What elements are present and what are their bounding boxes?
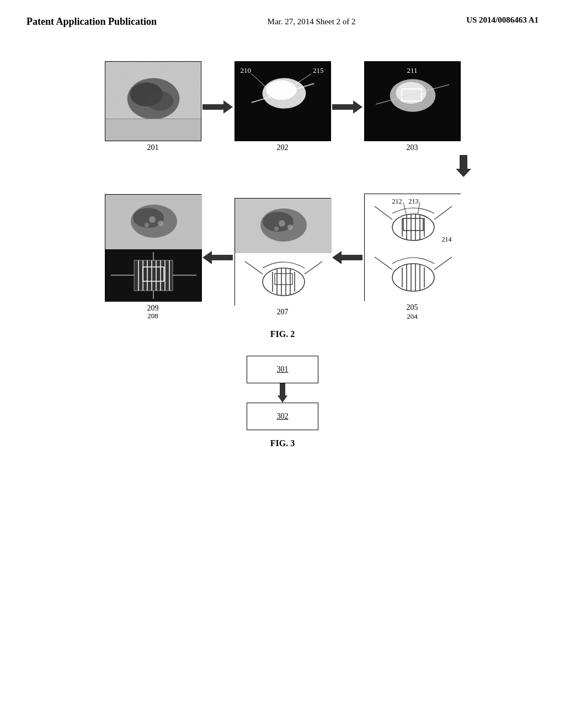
header-right-text: US 2014/0086463 A1 (466, 15, 539, 25)
box205-204-wrapper: 212 213 214 (364, 194, 461, 321)
box201-wrapper: 201 (105, 61, 201, 152)
patent-number-label: US 2014/0086463 A1 (466, 15, 539, 24)
box-204-bottom (364, 249, 461, 301)
svg-point-29 (145, 223, 149, 227)
svg-point-28 (158, 221, 163, 226)
box-209-outer (105, 194, 201, 302)
box202-wrapper: 210 215 202 (234, 61, 331, 152)
box209-wrapper: 209 208 (105, 194, 201, 320)
box-203: 211 (364, 61, 461, 141)
svg-marker-65 (332, 251, 363, 264)
box209-bottom-svg (105, 249, 202, 302)
box-202: 210 215 (234, 61, 331, 141)
box-205-top: 212 213 214 (364, 194, 461, 249)
svg-marker-45 (202, 251, 233, 264)
box-301: 301 (247, 356, 318, 383)
svg-point-27 (149, 216, 156, 223)
box207-top-svg (235, 199, 332, 254)
label-302: 302 (277, 412, 289, 421)
svg-marker-15 (332, 100, 363, 114)
svg-marker-89 (278, 383, 287, 403)
fig3-down-arrow (277, 383, 288, 403)
box201-svg (105, 62, 201, 141)
box-207-outer (234, 198, 331, 306)
arrow-left-svg2 (332, 249, 363, 266)
svg-point-52 (287, 224, 293, 230)
svg-rect-6 (105, 119, 201, 141)
box-201 (105, 61, 201, 141)
arrow-right-svg2 (332, 99, 363, 115)
ref-214: 214 (442, 235, 452, 244)
label-202: 202 (277, 143, 289, 152)
box207-bottom-svg (235, 253, 332, 306)
down-arrow-container (45, 155, 520, 177)
arrow-202-203 (331, 99, 364, 115)
box-209-top (105, 194, 201, 249)
ref-210: 210 (241, 66, 252, 75)
box-207-bottom (234, 253, 331, 306)
fig3-diagram: 301 302 (227, 356, 338, 430)
fig2-row2: 209 208 (45, 194, 520, 321)
box-302: 302 (247, 403, 318, 430)
label-209-208: 209 (147, 304, 159, 312)
down-arrow-svg (455, 155, 472, 177)
svg-point-53 (274, 227, 279, 231)
box-207-top (234, 198, 331, 253)
box204-svg (365, 249, 461, 301)
svg-rect-54 (235, 253, 332, 306)
svg-rect-31 (134, 260, 173, 291)
box209-top-svg (105, 195, 202, 250)
patent-publication-label: Patent Application Publication (26, 16, 157, 27)
arrow-205-207 (331, 249, 364, 266)
box302-wrapper: 302 (247, 403, 318, 430)
arrow-201-202 (201, 99, 234, 115)
fig2-row1: 201 210 215 (45, 61, 520, 152)
svg-rect-79 (365, 249, 461, 301)
svg-marker-8 (202, 100, 233, 114)
svg-point-51 (279, 220, 285, 227)
label-204: 204 (407, 312, 418, 321)
box-205-204-outer: 212 213 214 (364, 194, 461, 301)
label-201: 201 (147, 143, 159, 152)
label-207: 207 (277, 308, 289, 317)
arrow-207-209 (201, 249, 234, 266)
label-301: 301 (277, 365, 289, 374)
box203-wrapper: 211 203 (364, 61, 461, 152)
fig3-arrow (277, 383, 288, 403)
ref-215: 215 (313, 66, 324, 75)
svg-marker-21 (456, 155, 471, 177)
box-209-bottom (105, 249, 201, 302)
label-203: 203 (407, 143, 418, 152)
ref-212: 212 (392, 197, 402, 206)
box301-wrapper: 301 (247, 356, 318, 383)
main-content: 201 210 215 (0, 34, 565, 459)
fig2-diagram: 201 210 215 (45, 61, 520, 321)
svg-point-5 (146, 92, 173, 111)
date-sheet-label: Mar. 27, 2014 Sheet 2 of 2 (268, 17, 356, 26)
fig2-caption: FIG. 2 (33, 329, 532, 339)
label-205-204: 205 (407, 303, 418, 312)
label-208: 208 (147, 312, 158, 320)
ref-211: 211 (407, 66, 417, 75)
fig3-caption: FIG. 3 (33, 438, 532, 448)
header-center-text: Mar. 27, 2014 Sheet 2 of 2 (268, 15, 356, 28)
arrow-right-svg (202, 99, 233, 115)
ref-213: 213 (409, 197, 419, 206)
box207-wrapper: 207 (234, 198, 331, 317)
arrow-left-svg (202, 249, 233, 266)
header-left-text: Patent Application Publication (26, 15, 157, 28)
page-header: Patent Application Publication Mar. 27, … (0, 0, 565, 34)
